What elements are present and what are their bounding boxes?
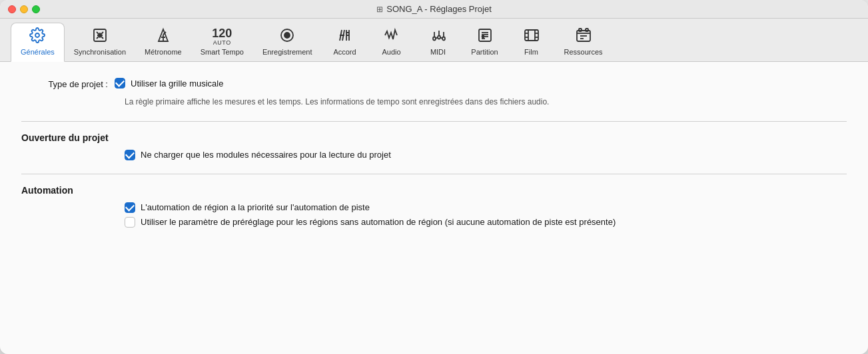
- automation-region-row: L'automation de région a la priorité sur…: [125, 202, 847, 213]
- tab-audio[interactable]: Audio: [368, 23, 415, 61]
- charger-modules-checkbox[interactable]: [125, 150, 135, 160]
- svg-point-13: [438, 35, 440, 39]
- utiliser-grille-row: Utiliser la grille musicale: [115, 78, 847, 88]
- automation-content: L'automation de région a la priorité sur…: [125, 202, 847, 228]
- svg-point-7: [284, 33, 290, 38]
- close-button[interactable]: [8, 5, 16, 13]
- smart-tempo-icon: 120 AUTO: [212, 27, 232, 46]
- traffic-lights: [8, 5, 40, 13]
- document-icon: ⊞: [376, 5, 383, 14]
- zoom-button[interactable]: [32, 5, 40, 13]
- svg-rect-26: [525, 30, 538, 41]
- tab-midi[interactable]: MIDI: [415, 23, 462, 61]
- tab-smart-tempo-label: Smart Tempo: [201, 48, 244, 56]
- svg-rect-35: [586, 29, 588, 31]
- record-icon: [279, 27, 295, 46]
- utiliser-grille-checkbox[interactable]: [115, 78, 125, 88]
- svg-point-14: [442, 37, 445, 40]
- type-de-projet-content: Utiliser la grille musicale: [115, 78, 847, 92]
- tab-synchronisation[interactable]: Synchronisation: [65, 23, 135, 61]
- toolbar: Générales Synchronisation: [0, 19, 868, 62]
- svg-point-12: [433, 37, 436, 40]
- divider-2: [21, 174, 847, 174]
- svg-rect-20: [479, 29, 491, 41]
- title-bar: ⊞ SONG_A - Réglages Projet: [0, 0, 868, 19]
- tab-generales[interactable]: Générales: [11, 23, 65, 62]
- audio-icon: [384, 27, 400, 46]
- svg-point-25: [482, 35, 484, 37]
- tab-metronome-label: Métronome: [145, 48, 182, 56]
- tab-enregistrement[interactable]: Enregistrement: [253, 23, 322, 61]
- window-title: ⊞ SONG_A - Réglages Projet: [376, 4, 492, 14]
- ressources-icon: [576, 27, 592, 46]
- tab-midi-label: MIDI: [430, 48, 446, 56]
- tab-metronome[interactable]: Métronome: [135, 23, 191, 61]
- tab-ressources[interactable]: Ressources: [555, 23, 612, 61]
- type-de-projet-section: Type de projet : Utiliser la grille musi…: [21, 78, 847, 108]
- automation-prereglage-checkbox[interactable]: [125, 217, 135, 228]
- tab-accord-label: Accord: [333, 48, 356, 56]
- tab-partition-label: Partition: [471, 48, 498, 56]
- tab-enregistrement-label: Enregistrement: [262, 48, 312, 56]
- partition-icon: [477, 27, 493, 46]
- tab-film-label: Film: [524, 48, 538, 56]
- automation-prereglage-label: Utiliser le paramètre de préréglage pour…: [141, 217, 616, 227]
- automation-title: Automation: [21, 185, 847, 196]
- minimize-button[interactable]: [20, 5, 28, 13]
- midi-icon: [430, 27, 446, 46]
- type-de-projet-description: La règle primaire affiche les mesures et…: [125, 96, 847, 108]
- automation-prereglage-row: Utiliser le paramètre de préréglage pour…: [125, 217, 847, 228]
- automation-section: Automation L'automation de région a la p…: [21, 185, 847, 228]
- divider-1: [21, 121, 847, 122]
- film-icon: [524, 27, 540, 46]
- tab-partition[interactable]: Partition: [462, 23, 508, 61]
- type-de-projet-label: Type de projet :: [21, 78, 108, 89]
- gear-icon: [29, 27, 45, 46]
- tab-generales-label: Générales: [21, 48, 55, 56]
- tab-smart-tempo[interactable]: 120 AUTO Smart Tempo: [191, 23, 253, 61]
- tab-accord[interactable]: Accord: [322, 23, 368, 61]
- charger-modules-row: Ne charger que les modules nécessaires p…: [125, 150, 847, 160]
- automation-region-label: L'automation de région a la priorité sur…: [141, 202, 370, 212]
- svg-rect-34: [579, 29, 582, 31]
- tab-synchronisation-label: Synchronisation: [74, 48, 126, 56]
- accord-icon: [337, 27, 353, 46]
- charger-modules-label: Ne charger que les modules nécessaires p…: [141, 150, 391, 160]
- svg-point-0: [35, 33, 39, 37]
- automation-region-checkbox[interactable]: [125, 202, 135, 213]
- tab-ressources-label: Ressources: [564, 48, 603, 56]
- main-window: ⊞ SONG_A - Réglages Projet Générales: [0, 0, 868, 354]
- type-de-projet-row: Type de projet : Utiliser la grille musi…: [21, 78, 847, 92]
- ouverture-section: Ouverture du projet Ne charger que les m…: [21, 132, 847, 160]
- tab-film[interactable]: Film: [508, 23, 555, 61]
- ouverture-title: Ouverture du projet: [21, 132, 847, 143]
- tab-audio-label: Audio: [382, 48, 400, 56]
- main-content: Type de projet : Utiliser la grille musi…: [0, 62, 868, 354]
- sync-icon: [92, 27, 108, 46]
- utiliser-grille-label: Utiliser la grille musicale: [131, 79, 223, 88]
- metronome-icon: [155, 27, 171, 46]
- ouverture-content: Ne charger que les modules nécessaires p…: [125, 150, 847, 160]
